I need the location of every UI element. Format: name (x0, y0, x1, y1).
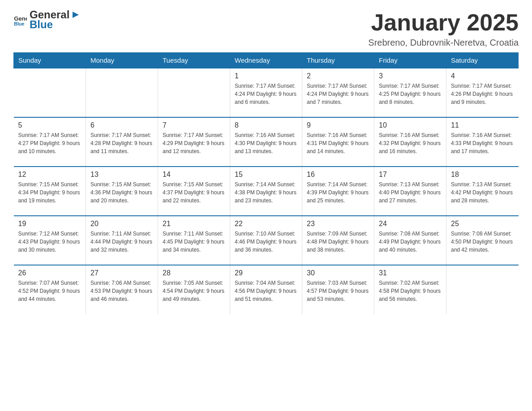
col-saturday: Saturday (446, 53, 519, 68)
table-row: 8Sunrise: 7:16 AM Sunset: 4:30 PM Daylig… (230, 117, 302, 167)
table-row: 24Sunrise: 7:08 AM Sunset: 4:49 PM Dayli… (374, 216, 446, 265)
table-row: 9Sunrise: 7:16 AM Sunset: 4:31 PM Daylig… (302, 117, 374, 167)
day-info: Sunrise: 7:16 AM Sunset: 4:31 PM Dayligh… (307, 131, 369, 155)
table-row: 2Sunrise: 7:17 AM Sunset: 4:24 PM Daylig… (302, 68, 374, 117)
table-row: 15Sunrise: 7:14 AM Sunset: 4:38 PM Dayli… (230, 167, 302, 216)
day-info: Sunrise: 7:16 AM Sunset: 4:33 PM Dayligh… (451, 131, 514, 155)
table-row: 5Sunrise: 7:17 AM Sunset: 4:27 PM Daylig… (14, 117, 86, 167)
svg-text:Blue: Blue (14, 21, 24, 26)
day-number: 4 (451, 72, 514, 80)
day-number: 7 (163, 121, 225, 129)
day-number: 16 (307, 171, 369, 179)
day-info: Sunrise: 7:09 AM Sunset: 4:48 PM Dayligh… (307, 230, 369, 254)
table-row: 1Sunrise: 7:17 AM Sunset: 4:24 PM Daylig… (230, 68, 302, 117)
day-number: 31 (379, 269, 442, 277)
calendar-week-row: 12Sunrise: 7:15 AM Sunset: 4:34 PM Dayli… (14, 167, 519, 216)
col-sunday: Sunday (14, 53, 86, 68)
day-number: 19 (18, 220, 82, 228)
day-number: 20 (90, 220, 153, 228)
day-number: 9 (307, 121, 369, 129)
col-friday: Friday (374, 53, 446, 68)
table-row: 30Sunrise: 7:03 AM Sunset: 4:57 PM Dayli… (302, 265, 374, 314)
day-info: Sunrise: 7:17 AM Sunset: 4:27 PM Dayligh… (18, 131, 82, 155)
day-info: Sunrise: 7:14 AM Sunset: 4:38 PM Dayligh… (235, 180, 297, 205)
calendar-subtitle: Srebreno, Dubrovnik-Neretva, Croatia (368, 38, 519, 48)
day-info: Sunrise: 7:17 AM Sunset: 4:25 PM Dayligh… (379, 82, 442, 106)
calendar-week-row: 19Sunrise: 7:12 AM Sunset: 4:43 PM Dayli… (14, 216, 519, 265)
day-info: Sunrise: 7:15 AM Sunset: 4:36 PM Dayligh… (90, 180, 153, 205)
day-number: 28 (163, 269, 225, 277)
day-info: Sunrise: 7:17 AM Sunset: 4:29 PM Dayligh… (163, 131, 225, 155)
day-info: Sunrise: 7:12 AM Sunset: 4:43 PM Dayligh… (18, 230, 82, 254)
table-row: 22Sunrise: 7:10 AM Sunset: 4:46 PM Dayli… (230, 216, 302, 265)
day-number: 24 (379, 220, 442, 228)
table-row: 12Sunrise: 7:15 AM Sunset: 4:34 PM Dayli… (14, 167, 86, 216)
day-number: 25 (451, 220, 514, 228)
day-number: 29 (235, 269, 297, 277)
day-number: 15 (235, 171, 297, 179)
table-row: 18Sunrise: 7:13 AM Sunset: 4:42 PM Dayli… (446, 167, 519, 216)
calendar-title: January 2025 (368, 9, 519, 36)
day-number: 2 (307, 72, 369, 80)
day-number: 23 (307, 220, 369, 228)
table-row (14, 68, 86, 117)
day-info: Sunrise: 7:11 AM Sunset: 4:44 PM Dayligh… (90, 230, 153, 254)
table-row: 3Sunrise: 7:17 AM Sunset: 4:25 PM Daylig… (374, 68, 446, 117)
calendar-header-row: Sunday Monday Tuesday Wednesday Thursday… (14, 53, 519, 68)
day-info: Sunrise: 7:08 AM Sunset: 4:50 PM Dayligh… (451, 230, 514, 254)
day-number: 14 (163, 171, 225, 179)
table-row: 13Sunrise: 7:15 AM Sunset: 4:36 PM Dayli… (86, 167, 158, 216)
day-number: 27 (90, 269, 153, 277)
table-row: 17Sunrise: 7:13 AM Sunset: 4:40 PM Dayli… (374, 167, 446, 216)
day-info: Sunrise: 7:13 AM Sunset: 4:42 PM Dayligh… (451, 180, 514, 205)
table-row: 26Sunrise: 7:07 AM Sunset: 4:52 PM Dayli… (14, 265, 86, 314)
day-info: Sunrise: 7:10 AM Sunset: 4:46 PM Dayligh… (235, 230, 297, 254)
table-row: 19Sunrise: 7:12 AM Sunset: 4:43 PM Dayli… (14, 216, 86, 265)
calendar-table: Sunday Monday Tuesday Wednesday Thursday… (13, 52, 519, 314)
day-number: 30 (307, 269, 369, 277)
table-row: 29Sunrise: 7:04 AM Sunset: 4:56 PM Dayli… (230, 265, 302, 314)
day-number: 8 (235, 121, 297, 129)
col-thursday: Thursday (302, 53, 374, 68)
table-row: 11Sunrise: 7:16 AM Sunset: 4:33 PM Dayli… (446, 117, 519, 167)
logo: General Blue General Blue (13, 9, 81, 31)
table-row: 20Sunrise: 7:11 AM Sunset: 4:44 PM Dayli… (86, 216, 158, 265)
day-info: Sunrise: 7:04 AM Sunset: 4:56 PM Dayligh… (235, 279, 297, 303)
svg-marker-2 (73, 12, 79, 18)
table-row: 27Sunrise: 7:06 AM Sunset: 4:53 PM Dayli… (86, 265, 158, 314)
table-row (446, 265, 519, 314)
table-row: 14Sunrise: 7:15 AM Sunset: 4:37 PM Dayli… (158, 167, 230, 216)
day-info: Sunrise: 7:17 AM Sunset: 4:24 PM Dayligh… (235, 82, 297, 106)
calendar-week-row: 1Sunrise: 7:17 AM Sunset: 4:24 PM Daylig… (14, 68, 519, 117)
day-info: Sunrise: 7:11 AM Sunset: 4:45 PM Dayligh… (163, 230, 225, 254)
col-wednesday: Wednesday (230, 53, 302, 68)
day-number: 1 (235, 72, 297, 80)
day-number: 5 (18, 121, 82, 129)
page-header: General Blue General Blue January 2025 S… (13, 9, 519, 48)
day-info: Sunrise: 7:15 AM Sunset: 4:37 PM Dayligh… (163, 180, 225, 205)
table-row: 23Sunrise: 7:09 AM Sunset: 4:48 PM Dayli… (302, 216, 374, 265)
table-row: 21Sunrise: 7:11 AM Sunset: 4:45 PM Dayli… (158, 216, 230, 265)
day-number: 13 (90, 171, 153, 179)
table-row: 10Sunrise: 7:16 AM Sunset: 4:32 PM Dayli… (374, 117, 446, 167)
table-row: 16Sunrise: 7:14 AM Sunset: 4:39 PM Dayli… (302, 167, 374, 216)
col-tuesday: Tuesday (158, 53, 230, 68)
day-info: Sunrise: 7:17 AM Sunset: 4:26 PM Dayligh… (451, 82, 514, 106)
day-info: Sunrise: 7:14 AM Sunset: 4:39 PM Dayligh… (307, 180, 369, 205)
table-row (86, 68, 158, 117)
day-info: Sunrise: 7:03 AM Sunset: 4:57 PM Dayligh… (307, 279, 369, 303)
table-row: 4Sunrise: 7:17 AM Sunset: 4:26 PM Daylig… (446, 68, 519, 117)
day-info: Sunrise: 7:07 AM Sunset: 4:52 PM Dayligh… (18, 279, 82, 303)
day-info: Sunrise: 7:13 AM Sunset: 4:40 PM Dayligh… (379, 180, 442, 205)
day-number: 12 (18, 171, 82, 179)
table-row: 25Sunrise: 7:08 AM Sunset: 4:50 PM Dayli… (446, 216, 519, 265)
table-row (158, 68, 230, 117)
table-row: 31Sunrise: 7:02 AM Sunset: 4:58 PM Dayli… (374, 265, 446, 314)
day-number: 21 (163, 220, 225, 228)
logo-blue-text: Blue (30, 19, 81, 30)
table-row: 28Sunrise: 7:05 AM Sunset: 4:54 PM Dayli… (158, 265, 230, 314)
day-number: 22 (235, 220, 297, 228)
title-block: January 2025 Srebreno, Dubrovnik-Neretva… (368, 9, 519, 48)
day-number: 18 (451, 171, 514, 179)
logo-icon: General Blue (13, 13, 27, 26)
